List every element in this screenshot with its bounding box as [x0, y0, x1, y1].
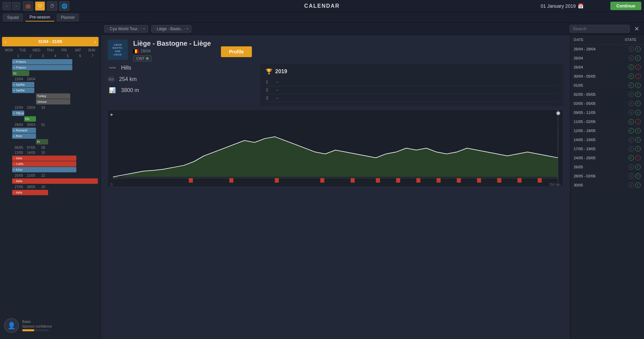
circle-icon[interactable]: ○: [629, 164, 634, 170]
result-name-2: -: [276, 87, 278, 92]
tab-pre-season[interactable]: Pre-season: [25, 13, 54, 22]
circle-icon[interactable]: ○: [629, 110, 634, 115]
briefcase-icon[interactable]: 💼: [23, 1, 33, 11]
globe-icon[interactable]: 🌐: [59, 1, 69, 11]
tab-squad[interactable]: Squad: [3, 13, 23, 22]
dropdown-arrow-2[interactable]: ▾: [187, 27, 188, 31]
add-icon[interactable]: +: [635, 46, 641, 52]
search-input[interactable]: [573, 26, 627, 31]
event-5dun[interactable]: 5Jun: [12, 167, 76, 172]
sidebar-row[interactable]: 14/05 - 19/05○+: [570, 135, 644, 144]
event-romand[interactable]: Romand: [12, 128, 36, 133]
circle-icon[interactable]: ○: [629, 92, 634, 97]
sidebar-row[interactable]: 28/05 - 02/06○+: [570, 172, 644, 181]
event-pvasco-2[interactable]: PVasco: [12, 65, 72, 70]
add-icon[interactable]: +: [635, 101, 641, 106]
circle-icon[interactable]: ○: [629, 182, 634, 188]
sidebar-row[interactable]: 11/05 - 02/06✓−: [570, 117, 644, 126]
add-icon[interactable]: +: [635, 92, 641, 97]
remove-icon[interactable]: −: [635, 65, 641, 70]
chart-play-button[interactable]: ▶: [111, 113, 113, 116]
check-icon[interactable]: ✓: [629, 155, 634, 161]
circle-icon[interactable]: ○: [629, 46, 634, 52]
add-icon[interactable]: +: [635, 55, 641, 61]
next-arrow-1[interactable]: ›: [141, 27, 142, 31]
sidebar-row[interactable]: 01/05✓+: [570, 81, 644, 90]
prev-arrow-2[interactable]: ‹: [154, 27, 155, 31]
event-italia-3[interactable]: Italia: [12, 190, 48, 195]
shield-icon[interactable]: 🛡: [35, 1, 45, 11]
remove-icon[interactable]: −: [635, 119, 641, 124]
event-sarthe-1[interactable]: Sarthe: [12, 82, 34, 87]
circle-icon[interactable]: ○: [629, 101, 634, 106]
sidebar-state-header: STATE: [620, 38, 641, 42]
sidebar-row[interactable]: 30/04 - 05/05✓−: [570, 72, 644, 81]
event-califo-1[interactable]: Califo: [12, 161, 76, 167]
check-icon[interactable]: ✓: [629, 65, 634, 70]
add-icon[interactable]: +: [635, 137, 641, 142]
add-icon[interactable]: +: [635, 164, 641, 170]
sidebar-row[interactable]: 09/05 - 11/05○+: [570, 108, 644, 117]
event-flo[interactable]: Flo: [24, 116, 36, 122]
prev-arrow-1[interactable]: ‹: [107, 27, 108, 31]
next-arrow-2[interactable]: ›: [184, 27, 185, 31]
check-icon[interactable]: ✓: [629, 119, 634, 124]
sidebar-row[interactable]: 26/05○+: [570, 163, 644, 172]
event-italia-1[interactable]: Italia: [12, 156, 76, 161]
sidebar-row[interactable]: 26/04○+: [570, 54, 644, 63]
sidebar-row[interactable]: 24/05 - 26/05✓−: [570, 154, 644, 163]
sidebar-actions: ○+: [629, 55, 641, 61]
sidebar-row[interactable]: 03/05 - 05/05○+: [570, 99, 644, 108]
event-sarthe-2[interactable]: Sarthe: [12, 88, 34, 93]
sidebar-row[interactable]: 26/04 - 28/04○+: [570, 45, 644, 54]
event-sc[interactable]: Sc: [12, 71, 29, 76]
circle-icon[interactable]: ○: [629, 137, 634, 142]
events-week-6: Italia Califo 5Jun: [2, 156, 99, 173]
profile-button[interactable]: Profile: [221, 46, 252, 57]
sidebar-row[interactable]: 02/05 - 05/05○+: [570, 90, 644, 99]
sidebar-actions: ○+: [629, 146, 641, 152]
check-icon[interactable]: ✓: [629, 74, 634, 79]
event-italia-2[interactable]: Italia: [12, 178, 98, 184]
event-pvasco-1[interactable]: PVasco: [12, 59, 72, 65]
svg-rect-3: [229, 178, 233, 183]
sidebar-row[interactable]: 26/04✓−: [570, 63, 644, 72]
sidebar-row[interactable]: 12/05 - 18/05✓+: [570, 126, 644, 135]
circle-icon[interactable]: ○: [629, 55, 634, 61]
race-tab-2[interactable]: ‹ Liège - Basto.. › ▾: [151, 25, 191, 33]
remove-icon[interactable]: −: [635, 74, 641, 79]
check-icon[interactable]: ✓: [629, 83, 634, 88]
result-row-3: 3 -: [266, 94, 558, 102]
remove-icon[interactable]: −: [635, 155, 641, 161]
add-icon[interactable]: +: [635, 128, 641, 133]
add-icon[interactable]: +: [635, 173, 641, 179]
sidebar-row[interactable]: 30/05○+: [570, 181, 644, 190]
add-icon[interactable]: +: [635, 83, 641, 88]
nav-back-button[interactable]: ‹: [3, 2, 11, 10]
event-fr[interactable]: Fr: [36, 139, 48, 144]
nav-forward-button[interactable]: ›: [12, 2, 20, 10]
close-button[interactable]: ✕: [633, 25, 641, 33]
dropdown-arrow-1[interactable]: ▾: [143, 27, 145, 31]
tab-planner[interactable]: Planner: [56, 13, 79, 22]
event-ro[interactable]: Rom: [12, 133, 36, 139]
continue-button[interactable]: Continue: [610, 2, 641, 10]
sidebar-actions: ○+: [629, 173, 641, 179]
sidebar-row[interactable]: 17/05 - 19/05○+: [570, 144, 644, 154]
events-week-3: TBLeon Flo: [2, 111, 99, 122]
circle-icon[interactable]: ○: [629, 173, 634, 179]
add-icon[interactable]: +: [635, 110, 641, 115]
check-icon[interactable]: ✓: [629, 128, 634, 133]
race-tab-1[interactable]: ‹ Cya World Tour.. › ▾: [104, 25, 148, 33]
event-turkey[interactable]: Turkey: [36, 93, 70, 99]
calendar-grid: MON TUE WED THU FRI SAT SUN 1 2 3 4 5 6 …: [0, 48, 101, 196]
event-vimout[interactable]: Vimout: [36, 99, 70, 104]
add-icon[interactable]: +: [635, 182, 641, 188]
cal-next-button[interactable]: ›: [94, 39, 96, 44]
event-tbleon[interactable]: TBLeon: [12, 111, 24, 116]
calendar-week-1: 1 2 3 4 5 6 7: [2, 53, 99, 58]
add-icon[interactable]: +: [635, 146, 641, 152]
circle-icon[interactable]: ○: [629, 146, 634, 152]
clock-icon[interactable]: ⏱: [47, 1, 57, 11]
cal-prev-button[interactable]: ‹: [5, 39, 6, 44]
